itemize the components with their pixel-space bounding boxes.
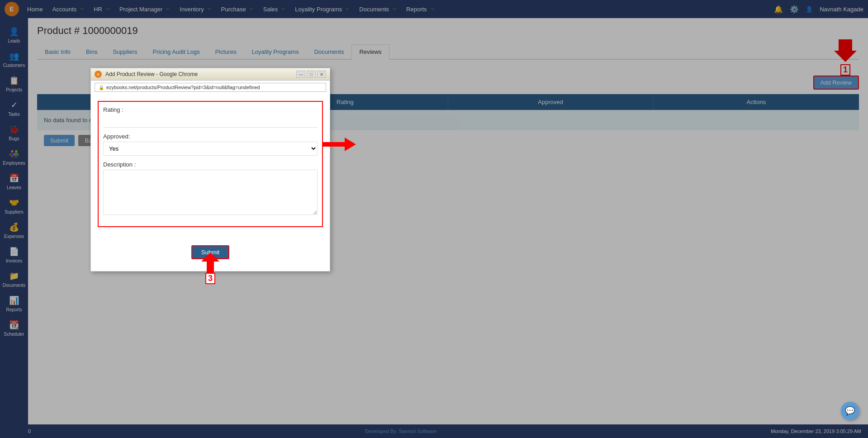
url-lock-icon: 🔒 — [99, 85, 104, 90]
svg-marker-1 — [322, 138, 356, 151]
annotation-3: 3 — [199, 252, 222, 284]
annotation-arrow-3-svg — [199, 252, 222, 273]
form-red-box: Rating : Approved: Yes No — [98, 101, 323, 227]
approved-label: Approved: — [103, 133, 318, 140]
approved-group: Approved: Yes No — [103, 133, 318, 156]
description-label: Description : — [103, 161, 318, 168]
rating-label: Rating : — [103, 106, 318, 113]
modal-minimize-button[interactable]: — — [296, 71, 305, 78]
modal-maximize-button[interactable]: □ — [307, 71, 316, 78]
modal-title: Add Product Review - Google Chrome — [105, 71, 293, 77]
modal-titlebar: e Add Product Review - Google Chrome — □… — [91, 68, 330, 81]
description-textarea[interactable] — [103, 170, 318, 215]
modal-window: e Add Product Review - Google Chrome — □… — [90, 68, 330, 271]
browser-logo-icon: e — [95, 71, 102, 78]
modal-url: ezybooks.net/products/ProductReview?pid=… — [106, 85, 260, 90]
annotation-3-area: Submit 3 — [191, 245, 229, 259]
modal-overlay: e Add Product Review - Google Chrome — □… — [0, 0, 868, 424]
description-group: Description : — [103, 161, 318, 216]
annotation-2 — [320, 138, 356, 151]
rating-input[interactable] — [103, 115, 318, 128]
approved-select[interactable]: Yes No — [103, 142, 318, 156]
rating-group: Rating : — [103, 106, 318, 128]
modal-controls: — □ ✕ — [296, 71, 326, 78]
modal-url-bar: 🔒 ezybooks.net/products/ProductReview?pi… — [95, 83, 326, 92]
modal-body: Rating : Approved: Yes No — [91, 94, 330, 238]
modal-submit-area: Submit 3 — [91, 238, 330, 266]
modal-close-button[interactable]: ✕ — [317, 71, 326, 78]
chat-bubble[interactable]: 💬 — [841, 402, 859, 420]
annotation-arrow-2-svg — [320, 138, 356, 151]
svg-marker-2 — [201, 252, 219, 273]
annotation-3-label: 3 — [205, 273, 215, 284]
